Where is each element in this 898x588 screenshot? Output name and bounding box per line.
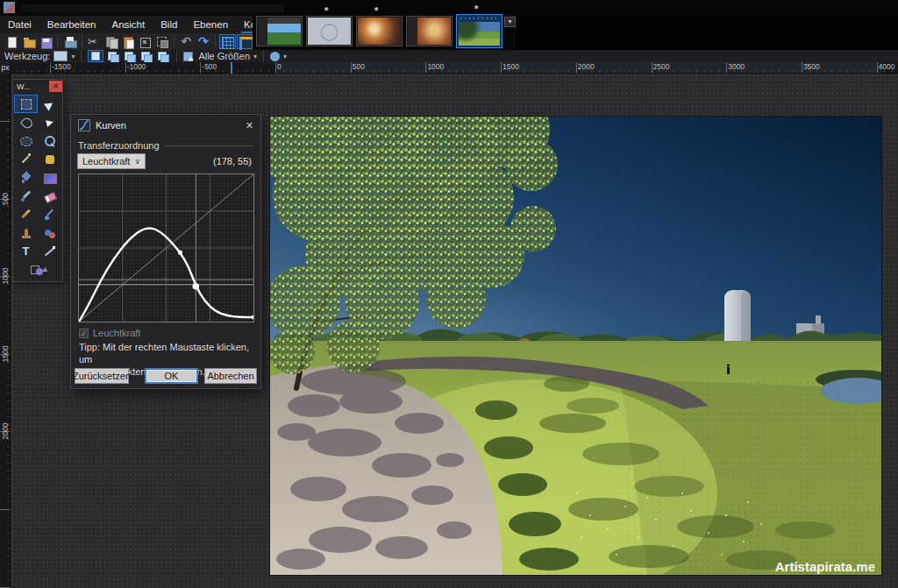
- bucket-icon: [19, 171, 33, 185]
- channel-dropdown[interactable]: Leuchtkraft ∨: [77, 153, 146, 169]
- checkbox-icon[interactable]: ✓: [79, 329, 89, 338]
- print-button[interactable]: [61, 34, 77, 49]
- h-ruler-tick-label: 1500: [502, 62, 519, 71]
- antialias-mode-icon[interactable]: [270, 52, 280, 61]
- curves-dialog: Kurven ✕ Transferzuordnung Leuchtkraft ∨…: [70, 114, 261, 389]
- crop-button[interactable]: [137, 34, 153, 49]
- h-ruler-tick-label: -1000: [127, 62, 146, 71]
- redo-button[interactable]: [196, 34, 211, 49]
- channel-checkbox-row: ✓ Leuchtkraft: [79, 328, 140, 338]
- app-icon: [4, 2, 15, 13]
- separator: [81, 51, 82, 62]
- tools-palette-title: W...: [17, 82, 31, 91]
- close-icon[interactable]: ✕: [49, 81, 62, 92]
- h-ruler-tick-label: 500: [353, 62, 365, 71]
- curves-icon: [78, 119, 90, 131]
- rulers-button[interactable]: [237, 34, 253, 49]
- text-icon: [19, 244, 33, 259]
- selection-mode-add[interactable]: [104, 50, 120, 62]
- eraser-icon: [43, 189, 57, 203]
- close-icon[interactable]: ✕: [246, 120, 253, 131]
- tool-brush[interactable]: [14, 187, 38, 205]
- curves-dialog-titlebar[interactable]: Kurven ✕: [71, 115, 260, 136]
- menu-item-datei[interactable]: Datei: [0, 16, 39, 33]
- selection-mode-group: [88, 50, 170, 62]
- tool-pan[interactable]: [38, 150, 61, 168]
- tab-thumbnail-shot1: [258, 18, 301, 45]
- brush-icon: [19, 189, 33, 203]
- print-icon: [64, 36, 76, 48]
- h-ruler-tick-label: -1500: [52, 62, 71, 71]
- checkbox-label: Leuchtkraft: [93, 328, 140, 338]
- image-tab-2[interactable]: *: [306, 16, 353, 46]
- menu-item-bearbeiten[interactable]: Bearbeiten: [39, 16, 104, 33]
- menu-item-ebenen[interactable]: Ebenen: [185, 16, 236, 33]
- tool-lasso[interactable]: [14, 113, 38, 131]
- curve-editor[interactable]: [78, 174, 254, 322]
- new-button[interactable]: [4, 34, 19, 49]
- tool-text[interactable]: [14, 242, 38, 260]
- tool-options-bar: Werkzeug: ▾ Alle Größen ▾ ▾: [0, 50, 898, 62]
- tool-pencil[interactable]: [14, 205, 38, 223]
- image-tab-5[interactable]: *: [456, 14, 502, 48]
- canvas-image[interactable]: Artistapirata.me: [270, 117, 881, 575]
- paste-button[interactable]: [120, 34, 136, 49]
- v-ruler-tick-label: 500: [1, 186, 10, 212]
- chevron-down-icon[interactable]: ▾: [71, 53, 75, 60]
- tool-shapes[interactable]: ▲: [14, 260, 61, 279]
- move-icon: [43, 116, 57, 130]
- zoom-icon: [43, 134, 57, 148]
- deselect-button[interactable]: [154, 34, 170, 49]
- tool-zoom[interactable]: [38, 131, 61, 150]
- ruler-cursor-marker: [231, 62, 232, 74]
- reset-button[interactable]: Zurücksetzen: [75, 368, 129, 384]
- menu-item-bild[interactable]: Bild: [153, 16, 185, 33]
- tool-color-picker[interactable]: [38, 205, 61, 223]
- tools-palette: W... ✕ ▲: [12, 79, 63, 282]
- tool-move-selection[interactable]: [38, 95, 61, 113]
- tool-recolor[interactable]: [38, 223, 61, 242]
- tool-ellipse-select[interactable]: [14, 131, 38, 150]
- selection-mode-replace[interactable]: [88, 50, 103, 62]
- sizes-label[interactable]: Alle Größen: [198, 51, 250, 61]
- undo-button[interactable]: [178, 34, 194, 49]
- h-ruler-tick-label: 1000: [427, 62, 444, 71]
- tool-line-curve[interactable]: [38, 242, 61, 260]
- image-list-chevron-icon[interactable]: ▾: [504, 17, 516, 27]
- unsaved-badge-icon: *: [474, 4, 478, 14]
- selection-mode-subtract-icon: [125, 52, 134, 61]
- ok-button[interactable]: OK: [145, 368, 198, 384]
- tool-eraser[interactable]: [38, 187, 61, 205]
- tool-magic-wand[interactable]: [14, 150, 38, 168]
- image-tab-3[interactable]: *: [356, 16, 403, 46]
- tools-palette-titlebar[interactable]: W... ✕: [13, 80, 62, 93]
- cancel-button[interactable]: Abbrechen: [204, 368, 257, 384]
- menu-item-ansicht[interactable]: Ansicht: [103, 16, 153, 33]
- pencil-icon: [19, 208, 33, 222]
- selection-mode-subtract[interactable]: [121, 50, 137, 62]
- image-tab-4[interactable]: [406, 16, 453, 46]
- chevron-down-icon[interactable]: ▾: [283, 53, 287, 60]
- tool-gradient[interactable]: [38, 168, 61, 187]
- open-button[interactable]: [20, 34, 36, 49]
- curve-plot: [79, 174, 253, 322]
- tool-clone-stamp[interactable]: [14, 223, 38, 242]
- grid-button[interactable]: [219, 34, 235, 49]
- image-tab-1[interactable]: [256, 16, 303, 46]
- selection-mode-replace-icon: [91, 52, 101, 61]
- selection-mode-invert[interactable]: [154, 50, 170, 62]
- tool-move[interactable]: [38, 113, 61, 131]
- image-tab-strip: ***: [253, 12, 516, 50]
- menu-bar: DateiBearbeitenAnsichtBildEbenenKorrektu…: [0, 16, 253, 33]
- tab-thumbnail-sketch: [308, 18, 351, 45]
- color-picker-icon: [43, 208, 57, 222]
- save-button[interactable]: [38, 34, 53, 49]
- cut-button[interactable]: [86, 34, 102, 49]
- curves-dialog-title: Kurven: [96, 120, 126, 131]
- copy-button[interactable]: [103, 34, 118, 49]
- tool-rect-select[interactable]: [14, 95, 38, 113]
- tool-bucket[interactable]: [14, 168, 38, 187]
- tool-swatch[interactable]: [53, 51, 68, 61]
- selection-mode-intersect[interactable]: [138, 50, 153, 62]
- chevron-down-icon[interactable]: ▾: [253, 53, 257, 60]
